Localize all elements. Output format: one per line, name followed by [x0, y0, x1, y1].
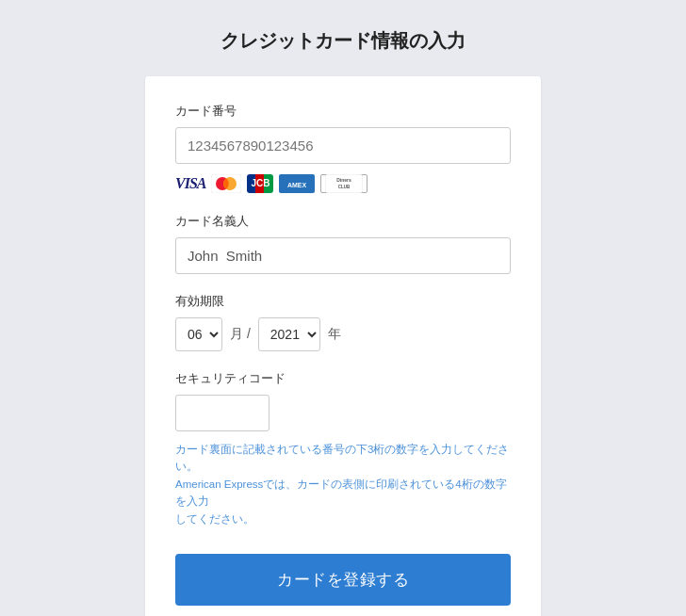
cardholder-label: カード名義人: [175, 213, 511, 230]
expiry-year-suffix: 年: [328, 326, 341, 343]
expiry-month-select[interactable]: 01 02 03 04 05 06 07 08 09 10 11 12: [175, 317, 222, 351]
security-hint: カード裏面に記載されている番号の下3桁の数字を入力してください。American…: [175, 441, 511, 527]
expiry-month-sep: 月 /: [230, 326, 251, 343]
expiry-label: 有効期限: [175, 293, 511, 310]
mastercard-icon: [211, 174, 241, 193]
cardholder-group: カード名義人: [175, 213, 511, 274]
expiry-row: 01 02 03 04 05 06 07 08 09 10 11 12 月 / …: [175, 317, 511, 351]
cardholder-input[interactable]: [175, 237, 511, 274]
card-number-group: カード番号 VISA JCB AMEX: [175, 103, 511, 194]
card-number-label: カード番号: [175, 103, 511, 120]
svg-text:CLUB: CLUB: [338, 185, 351, 189]
expiry-year-select[interactable]: 2018 2019 2020 2021 2022 2023 2024 2025 …: [258, 317, 320, 351]
security-code-input[interactable]: [175, 395, 270, 431]
visa-icon: VISA: [175, 173, 205, 194]
security-code-label: セキュリティコード: [175, 370, 511, 387]
jcb-icon: JCB: [247, 174, 273, 193]
amex-icon: AMEX: [279, 174, 315, 193]
credit-card-form: カード番号 VISA JCB AMEX: [145, 76, 541, 616]
svg-text:AMEX: AMEX: [287, 182, 307, 188]
security-code-group: セキュリティコード カード裏面に記載されている番号の下3桁の数字を入力してくださ…: [175, 370, 511, 527]
diners-icon: Diners CLUB: [320, 174, 368, 193]
svg-text:Diners: Diners: [337, 177, 352, 183]
card-number-input[interactable]: [175, 127, 511, 164]
card-icons-row: VISA JCB AMEX Diners: [175, 173, 511, 194]
expiry-group: 有効期限 01 02 03 04 05 06 07 08 09 10 11 12…: [175, 293, 511, 351]
page-title: クレジットカード情報の入力: [220, 28, 466, 54]
submit-button[interactable]: カードを登録する: [175, 554, 511, 606]
